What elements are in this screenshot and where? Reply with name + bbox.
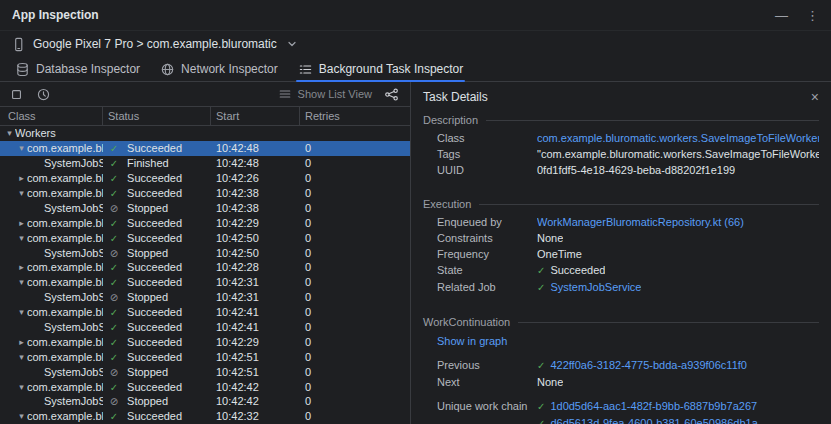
chevron-down-icon[interactable]: ▾ bbox=[16, 411, 27, 421]
table-row[interactable]: SystemJobS ⊘ Stopped 10:42:31 0 bbox=[0, 290, 410, 305]
hide-icon[interactable]: — bbox=[775, 9, 788, 22]
start-time: 10:42:48 bbox=[211, 142, 300, 154]
retries-value: 0 bbox=[300, 276, 410, 288]
column-header-start[interactable]: Start bbox=[211, 107, 300, 125]
table-row[interactable]: ▾ com.example.bl ✓ Succeeded 10:42:50 0 bbox=[0, 230, 410, 245]
chevron-down-icon[interactable]: ▾ bbox=[16, 382, 27, 392]
chevron-down-icon[interactable]: ▾ bbox=[16, 307, 27, 317]
column-header-retries[interactable]: Retries bbox=[300, 107, 410, 125]
titlebar: App Inspection — ⋮ bbox=[0, 0, 831, 31]
start-time: 10:42:50 bbox=[211, 232, 300, 244]
table-row[interactable]: SystemJobS ✓ Finished 10:42:48 0 bbox=[0, 156, 410, 171]
retries-value: 0 bbox=[300, 217, 410, 229]
table-row[interactable]: ▾ com.example.bl ✓ Succeeded 10:42:51 0 bbox=[0, 349, 410, 364]
chevron-down-icon bbox=[286, 38, 298, 50]
chevron-down-icon[interactable]: ▾ bbox=[4, 128, 15, 138]
table-row[interactable]: ▸ com.example.bl ✓ Succeeded 10:42:29 0 bbox=[0, 334, 410, 349]
stopped-icon: ⊘ bbox=[108, 203, 120, 214]
chevron-down-icon[interactable]: ▾ bbox=[16, 233, 27, 243]
more-options-icon[interactable]: ⋮ bbox=[806, 9, 819, 22]
previous-label: Previous bbox=[437, 358, 537, 373]
column-header-status[interactable]: Status bbox=[103, 107, 211, 125]
chevron-right-icon[interactable]: ▸ bbox=[16, 337, 27, 347]
chevron-right-icon[interactable]: ▸ bbox=[16, 262, 27, 272]
chevron-down-icon[interactable]: ▾ bbox=[16, 188, 27, 198]
table-row[interactable]: SystemJobS ⊘ Stopped 10:42:42 0 bbox=[0, 394, 410, 409]
table-row[interactable]: ▾ com.example.bl ✓ Succeeded 10:42:32 0 bbox=[0, 409, 410, 424]
stop-inspection-icon[interactable] bbox=[9, 87, 24, 102]
retries-value: 0 bbox=[300, 306, 410, 318]
tab-label: Network Inspector bbox=[181, 62, 278, 76]
related-job-label: Related Job bbox=[437, 280, 537, 295]
related-job-link[interactable]: SystemJobService bbox=[550, 281, 641, 293]
start-time: 10:42:31 bbox=[211, 291, 300, 303]
worker-class: SystemJobS bbox=[44, 202, 103, 214]
start-time: 10:42:29 bbox=[211, 217, 300, 229]
state-value: ✓Succeeded bbox=[537, 263, 605, 278]
status-label: Succeeded bbox=[127, 217, 182, 229]
table-header: Class Status Start Retries bbox=[0, 106, 410, 126]
check-icon: ✓ bbox=[108, 352, 120, 363]
show-graph-view-icon[interactable] bbox=[384, 87, 399, 102]
check-icon: ✓ bbox=[108, 382, 120, 393]
next-value: None bbox=[537, 375, 563, 389]
table-row[interactable]: ▸ com.example.bl ✓ Succeeded 10:42:29 0 bbox=[0, 215, 410, 230]
table-row[interactable]: ▾ com.example.bl ✓ Succeeded 10:42:42 0 bbox=[0, 379, 410, 394]
related-job-value: ✓SystemJobService bbox=[537, 280, 641, 295]
chevron-right-icon[interactable]: ▸ bbox=[16, 218, 27, 228]
start-time: 10:42:41 bbox=[211, 321, 300, 333]
table-row[interactable]: ▾ com.example.bl ✓ Succeeded 10:42:41 0 bbox=[0, 305, 410, 320]
check-icon: ✓ bbox=[537, 401, 545, 412]
chevron-right-icon[interactable]: ▸ bbox=[16, 173, 27, 183]
workers-group-row[interactable]: ▾ Workers bbox=[0, 126, 410, 141]
table-row[interactable]: ▸ com.example.bl ✓ Succeeded 10:42:26 0 bbox=[0, 171, 410, 186]
status-label: Stopped bbox=[127, 291, 168, 303]
table-row[interactable]: ▾ com.example.bl ✓ Succeeded 10:42:31 0 bbox=[0, 275, 410, 290]
enqueued-by-label: Enqueued by bbox=[437, 215, 537, 229]
table-row[interactable]: ▾ com.example.bl ✓ Succeeded 10:42:48 0 bbox=[0, 141, 410, 156]
column-header-class[interactable]: Class bbox=[0, 107, 103, 125]
table-row[interactable]: SystemJobS ⊘ Stopped 10:42:38 0 bbox=[0, 200, 410, 215]
section-execution: Execution bbox=[411, 192, 831, 214]
device-selector[interactable]: Google Pixel 7 Pro > com.example.bluroma… bbox=[0, 31, 831, 57]
device-selector-label: Google Pixel 7 Pro > com.example.bluroma… bbox=[33, 37, 277, 51]
check-icon: ✓ bbox=[108, 337, 120, 348]
table-row[interactable]: SystemJobS ✓ Succeeded 10:42:41 0 bbox=[0, 320, 410, 335]
retries-value: 0 bbox=[300, 157, 410, 169]
history-clock-icon[interactable] bbox=[36, 87, 51, 102]
status-label: Succeeded bbox=[127, 336, 182, 348]
frequency-label: Frequency bbox=[437, 247, 537, 261]
task-toolbar: Show List View bbox=[0, 82, 410, 106]
enqueued-by-link[interactable]: WorkManagerBluromaticRepository.kt (66) bbox=[537, 215, 744, 229]
status-label: Stopped bbox=[127, 202, 168, 214]
show-in-graph-link[interactable]: Show in graph bbox=[411, 332, 831, 349]
task-list-icon bbox=[298, 62, 313, 77]
start-time: 10:42:50 bbox=[211, 247, 300, 259]
chevron-down-icon[interactable]: ▾ bbox=[16, 277, 27, 287]
close-icon[interactable]: × bbox=[811, 90, 819, 104]
chevron-down-icon[interactable]: ▾ bbox=[16, 352, 27, 362]
chain-uuid-link[interactable]: d6d5613d-9fea-4600-b381-60e50986db1a bbox=[550, 417, 757, 424]
start-time: 10:42:42 bbox=[211, 381, 300, 393]
status-label: Stopped bbox=[127, 395, 168, 407]
check-icon: ✓ bbox=[108, 188, 120, 199]
tab-database-inspector[interactable]: Database Inspector bbox=[5, 57, 150, 81]
show-list-view-button[interactable]: Show List View bbox=[278, 87, 372, 101]
table-row[interactable]: SystemJobS ⊘ Stopped 10:42:51 0 bbox=[0, 364, 410, 379]
table-row[interactable]: ▾ com.example.bl ✓ Succeeded 10:42:38 0 bbox=[0, 186, 410, 201]
check-icon: ✓ bbox=[537, 265, 545, 276]
check-icon: ✓ bbox=[108, 158, 120, 169]
constraints-value: None bbox=[537, 231, 563, 245]
class-value-link[interactable]: com.example.bluromatic.workers.SaveImage… bbox=[537, 131, 819, 145]
previous-uuid-link[interactable]: 422ff0a6-3182-4775-bdda-a939f06c11f0 bbox=[550, 359, 747, 371]
status-label: Succeeded bbox=[127, 321, 182, 333]
tab-network-inspector[interactable]: Network Inspector bbox=[150, 57, 288, 81]
chevron-down-icon[interactable]: ▾ bbox=[16, 143, 27, 153]
tab-background-task-inspector[interactable]: Background Task Inspector bbox=[288, 57, 474, 81]
retries-value: 0 bbox=[300, 381, 410, 393]
table-row[interactable]: SystemJobS ⊘ Stopped 10:42:50 0 bbox=[0, 245, 410, 260]
table-row[interactable]: ▸ com.example.bl ✓ Succeeded 10:42:28 0 bbox=[0, 260, 410, 275]
worker-class: com.example.bl bbox=[27, 410, 103, 422]
chain-uuid-link[interactable]: 1d0d5d64-aac1-482f-b9bb-6887b9b7a267 bbox=[550, 400, 757, 412]
unique-work-chain-values: ✓1d0d5d64-aac1-482f-b9bb-6887b9b7a267 ✓d… bbox=[537, 399, 758, 424]
